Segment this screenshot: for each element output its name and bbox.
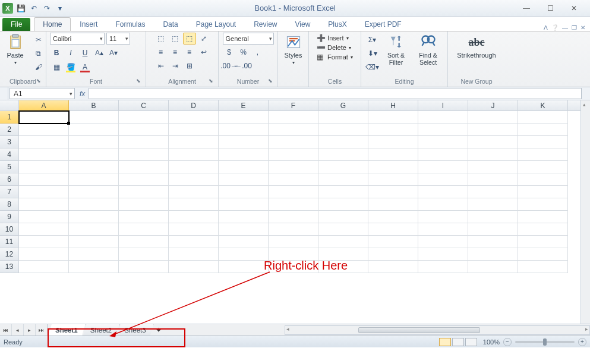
cell-C3[interactable] — [119, 136, 169, 148]
cell-H1[interactable] — [368, 111, 418, 124]
font-name-combo[interactable]: Calibri — [50, 33, 105, 45]
format-painter-icon[interactable]: 🖌 — [32, 61, 45, 73]
row-header-12[interactable]: 12 — [0, 248, 19, 261]
cell-D12[interactable] — [169, 248, 219, 261]
cell-I10[interactable] — [418, 223, 468, 236]
cell-J4[interactable] — [468, 148, 518, 161]
cell-J8[interactable] — [468, 198, 518, 211]
cell-A9[interactable] — [19, 211, 69, 223]
cell-K9[interactable] — [518, 211, 568, 223]
autosum-icon[interactable]: Σ▾ — [366, 34, 379, 46]
help-icon[interactable]: ❔ — [551, 24, 559, 31]
cell-F4[interactable] — [269, 148, 318, 161]
cell-J12[interactable] — [468, 248, 518, 261]
cell-K7[interactable] — [518, 186, 568, 198]
number-launcher-icon[interactable]: ⬊ — [268, 78, 273, 84]
cell-K11[interactable] — [518, 236, 568, 248]
row-header-7[interactable]: 7 — [0, 186, 19, 198]
close-button[interactable]: ✕ — [567, 2, 580, 15]
cell-A3[interactable] — [19, 136, 69, 148]
cell-B4[interactable] — [69, 148, 119, 161]
decrease-font-icon[interactable]: A▾ — [107, 47, 120, 59]
cell-I2[interactable] — [418, 124, 468, 136]
tab-data[interactable]: Data — [154, 17, 187, 31]
decrease-decimal-icon[interactable]: ←.00 — [237, 60, 250, 72]
cell-F3[interactable] — [269, 136, 318, 148]
cell-G8[interactable] — [318, 198, 368, 211]
cell-J3[interactable] — [468, 136, 518, 148]
cell-A7[interactable] — [19, 186, 69, 198]
cell-C11[interactable] — [119, 236, 169, 248]
percent-format-icon[interactable]: % — [237, 46, 250, 58]
cell-I7[interactable] — [418, 186, 468, 198]
format-cells-icon[interactable]: ▦ — [317, 53, 326, 61]
cell-D7[interactable] — [169, 186, 219, 198]
cell-C13[interactable] — [119, 261, 169, 273]
cell-J1[interactable] — [468, 111, 518, 124]
row-header-3[interactable]: 3 — [0, 136, 19, 148]
cell-K13[interactable] — [518, 261, 568, 273]
cell-D3[interactable] — [169, 136, 219, 148]
normal-view-icon[interactable] — [439, 338, 451, 346]
cell-E12[interactable] — [219, 248, 269, 261]
cell-H8[interactable] — [368, 198, 418, 211]
vertical-scrollbar[interactable] — [580, 100, 590, 324]
select-all-corner[interactable] — [0, 100, 19, 110]
cell-I3[interactable] — [418, 136, 468, 148]
cell-G3[interactable] — [318, 136, 368, 148]
cell-A8[interactable] — [19, 198, 69, 211]
col-header-D[interactable]: D — [169, 100, 219, 110]
tab-plusx[interactable]: PlusX — [319, 17, 355, 31]
sheet-nav-first-icon[interactable]: ⏮ — [0, 324, 12, 335]
cell-D4[interactable] — [169, 148, 219, 161]
cell-G1[interactable] — [318, 111, 368, 124]
cell-C4[interactable] — [119, 148, 169, 161]
name-box[interactable]: A1 — [10, 88, 75, 99]
cell-C10[interactable] — [119, 223, 169, 236]
cell-J9[interactable] — [468, 211, 518, 223]
cell-D2[interactable] — [169, 124, 219, 136]
zoom-out-button[interactable]: − — [503, 338, 512, 346]
cell-G9[interactable] — [318, 211, 368, 223]
delete-cells-button[interactable]: Delete — [327, 44, 346, 51]
sheet-nav-next-icon[interactable]: ▸ — [24, 324, 36, 335]
tab-page-layout[interactable]: Page Layout — [187, 17, 245, 31]
fill-color-icon[interactable]: 🪣 — [64, 61, 77, 73]
alignment-launcher-icon[interactable]: ⬊ — [209, 78, 213, 84]
cell-G2[interactable] — [318, 124, 368, 136]
align-right-icon[interactable]: ≡ — [183, 46, 196, 58]
strikethrough-button[interactable]: abc Strikethrough — [452, 33, 501, 59]
zoom-in-button[interactable]: + — [578, 338, 586, 346]
cell-I8[interactable] — [418, 198, 468, 211]
decrease-indent-icon[interactable]: ⇤ — [154, 60, 168, 72]
cell-F5[interactable] — [269, 161, 318, 173]
align-middle-icon[interactable]: ⬚ — [169, 33, 182, 45]
cell-K5[interactable] — [518, 161, 568, 173]
tab-insert[interactable]: Insert — [71, 17, 106, 31]
cell-J11[interactable] — [468, 236, 518, 248]
cell-F11[interactable] — [269, 236, 318, 248]
undo-icon[interactable]: ↶ — [29, 3, 39, 14]
cell-K1[interactable] — [518, 111, 568, 124]
cell-K4[interactable] — [518, 148, 568, 161]
cell-H4[interactable] — [368, 148, 418, 161]
cell-B2[interactable] — [69, 124, 119, 136]
tab-home[interactable]: Home — [34, 17, 71, 31]
fill-icon[interactable]: ⬇▾ — [366, 48, 379, 59]
row-header-10[interactable]: 10 — [0, 223, 19, 236]
cell-F7[interactable] — [269, 186, 318, 198]
redo-icon[interactable]: ↷ — [42, 3, 52, 14]
zoom-level[interactable]: 100% — [483, 338, 500, 346]
increase-decimal-icon[interactable]: .00→ — [223, 60, 236, 72]
page-break-view-icon[interactable] — [465, 338, 477, 346]
cell-A10[interactable] — [19, 223, 69, 236]
align-top-icon[interactable]: ⬚ — [154, 33, 168, 45]
col-header-G[interactable]: G — [318, 100, 368, 110]
row-header-6[interactable]: 6 — [0, 173, 19, 186]
paste-button[interactable]: Paste ▾ — [1, 33, 30, 65]
cell-D8[interactable] — [169, 198, 219, 211]
wb-restore-icon[interactable]: ❐ — [572, 24, 577, 31]
find-select-button[interactable]: Find & Select — [414, 33, 443, 66]
align-center-icon[interactable]: ≡ — [169, 46, 182, 58]
cell-A5[interactable] — [19, 161, 69, 173]
